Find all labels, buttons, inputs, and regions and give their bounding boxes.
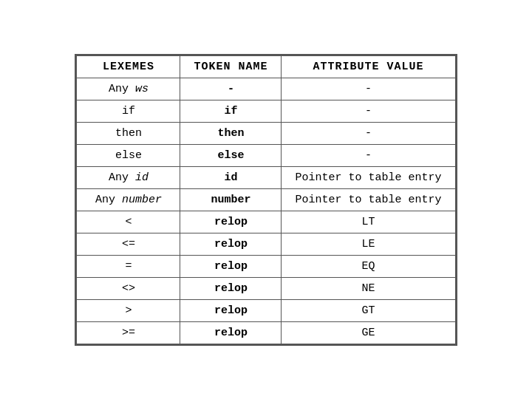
table-row: Any ws-- bbox=[77, 78, 455, 100]
table-row: <=relopLE bbox=[77, 233, 455, 255]
table-row: Any ididPointer to table entry bbox=[77, 166, 455, 188]
header-token: TOKEN NAME bbox=[180, 55, 282, 78]
lexeme-cell: Any ws bbox=[77, 78, 180, 100]
attr-cell: - bbox=[282, 78, 455, 100]
lexeme-cell: then bbox=[77, 122, 180, 144]
lexeme-cell: >= bbox=[77, 321, 180, 344]
attr-cell: - bbox=[282, 144, 455, 166]
table-row: thenthen- bbox=[77, 122, 455, 144]
token-cell: relop bbox=[180, 255, 282, 277]
lexeme-cell: Any number bbox=[77, 188, 180, 211]
table-row: ifif- bbox=[77, 100, 455, 122]
lexeme-cell: else bbox=[77, 144, 180, 166]
main-table-wrapper: LEXEMES TOKEN NAME ATTRIBUTE VALUE Any w… bbox=[75, 54, 457, 346]
table-row: <relopLT bbox=[77, 211, 455, 233]
token-cell: relop bbox=[180, 211, 282, 233]
token-cell: then bbox=[180, 122, 282, 144]
attr-cell: Pointer to table entry bbox=[282, 166, 455, 188]
table-row: =relopEQ bbox=[77, 255, 455, 277]
token-cell: id bbox=[180, 166, 282, 188]
token-cell: else bbox=[180, 144, 282, 166]
lexeme-cell: < bbox=[77, 211, 180, 233]
token-cell: if bbox=[180, 100, 282, 122]
token-cell: relop bbox=[180, 233, 282, 255]
token-cell: - bbox=[180, 78, 282, 100]
attr-cell: LE bbox=[282, 233, 455, 255]
lexeme-cell: if bbox=[77, 100, 180, 122]
lexeme-cell: > bbox=[77, 299, 180, 321]
token-table: LEXEMES TOKEN NAME ATTRIBUTE VALUE Any w… bbox=[76, 55, 455, 344]
attr-cell: EQ bbox=[282, 255, 455, 277]
table-row: Any numbernumberPointer to table entry bbox=[77, 188, 455, 211]
token-cell: number bbox=[180, 188, 282, 211]
table-row: >relopGT bbox=[77, 299, 455, 321]
attr-cell: Pointer to table entry bbox=[282, 188, 455, 211]
attr-cell: LT bbox=[282, 211, 455, 233]
table-row: elseelse- bbox=[77, 144, 455, 166]
attr-cell: GT bbox=[282, 299, 455, 321]
attr-cell: GE bbox=[282, 321, 455, 344]
token-cell: relop bbox=[180, 277, 282, 299]
lexeme-cell: <= bbox=[77, 233, 180, 255]
table-row: >=relopGE bbox=[77, 321, 455, 344]
token-cell: relop bbox=[180, 299, 282, 321]
lexeme-cell: <> bbox=[77, 277, 180, 299]
attr-cell: - bbox=[282, 122, 455, 144]
attr-cell: NE bbox=[282, 277, 455, 299]
header-attr: ATTRIBUTE VALUE bbox=[282, 55, 455, 78]
attr-cell: - bbox=[282, 100, 455, 122]
header-lexemes: LEXEMES bbox=[77, 55, 180, 78]
lexeme-cell: = bbox=[77, 255, 180, 277]
token-cell: relop bbox=[180, 321, 282, 344]
table-row: <>relopNE bbox=[77, 277, 455, 299]
lexeme-cell: Any id bbox=[77, 166, 180, 188]
